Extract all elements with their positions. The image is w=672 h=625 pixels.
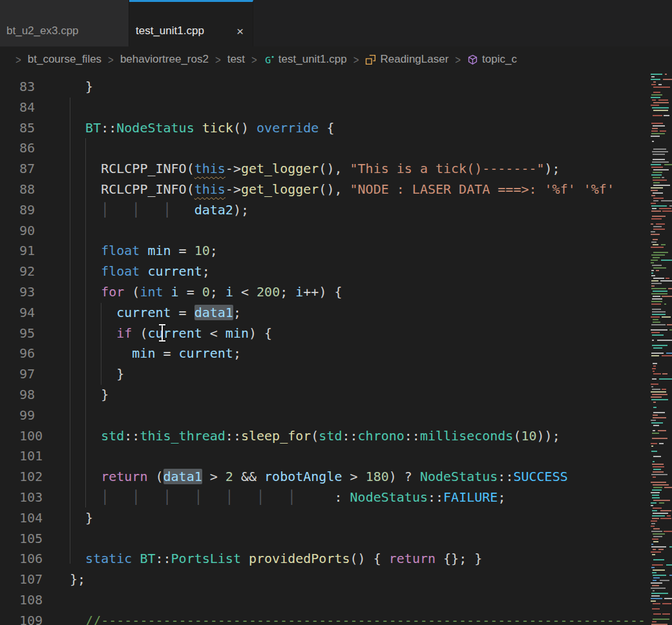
line-number[interactable]: 102 (0, 467, 70, 487)
line-number[interactable]: 108 (0, 590, 70, 611)
code-line[interactable]: 85 BT::NodeStatus tick() override { (0, 118, 672, 139)
code-text: for (int i = 0; i < 200; i++) { (70, 282, 672, 303)
code-line[interactable]: 89 │ │ │ data2); (0, 200, 672, 221)
breadcrumb-item-topic_c[interactable]: topic_c (467, 53, 517, 66)
close-icon[interactable]: × (227, 25, 244, 37)
code-line[interactable]: 99 (0, 405, 672, 426)
code-token: ( (147, 469, 163, 484)
code-editor[interactable]: 83 }8485 BT::NodeStatus tick() override … (0, 72, 672, 625)
code-line[interactable]: 91 float min = 10; (0, 241, 672, 261)
code-line[interactable]: 102 return (data1 > 2 && robotAngle > 18… (0, 467, 672, 487)
line-number[interactable]: 104 (0, 508, 70, 529)
code-line[interactable]: 106 static BT::PortsList providedPorts()… (0, 549, 672, 569)
code-line[interactable]: 88 RCLCPP_INFO(this->get_logger(), "NODE… (0, 179, 672, 200)
code-line[interactable]: 86 (0, 138, 672, 159)
line-number[interactable]: 84 (0, 97, 70, 118)
code-token (132, 551, 140, 566)
code-token: static (85, 551, 132, 566)
code-token: robotAngle (264, 469, 342, 484)
line-number[interactable]: 107 (0, 569, 70, 590)
code-token (241, 551, 249, 566)
code-token: :: (342, 428, 357, 444)
code-text: //--------------------------------------… (70, 611, 672, 625)
line-number[interactable]: 109 (0, 611, 70, 625)
inline-indent-guide: │ (288, 489, 295, 505)
code-token: current (179, 345, 233, 361)
code-text: RCLCPP_INFO(this->get_logger(), "This is… (70, 159, 672, 179)
inline-indent-guide: │ (257, 489, 264, 505)
breadcrumb-item-test_unit1.cpp[interactable]: Gtest_unit1.cpp (264, 53, 347, 66)
line-number[interactable]: 85 (0, 118, 70, 139)
line-number[interactable]: 103 (0, 487, 70, 508)
code-line[interactable]: 84 (0, 97, 672, 118)
breadcrumb-item-bt_course_files[interactable]: bt_course_files (28, 53, 101, 66)
code-text: BT::NodeStatus tick() override { (70, 118, 672, 139)
breadcrumb-chevron-icon: > (455, 52, 461, 66)
line-number[interactable]: 105 (0, 529, 70, 549)
line-number[interactable]: 98 (0, 385, 70, 405)
code-token: this (194, 161, 226, 176)
line-number[interactable]: 100 (0, 426, 70, 447)
breadcrumb-item-ReadingLaser[interactable]: ReadingLaser (365, 53, 448, 66)
tab-test_unit1.cpp[interactable]: test_unit1.cpp× (129, 0, 253, 46)
code-text (70, 590, 672, 611)
code-text (70, 529, 672, 549)
inline-indent-guide: │ (132, 202, 140, 218)
breadcrumb-item-label: bt_course_files (28, 53, 101, 66)
minimap[interactable] (650, 72, 672, 625)
code-token (109, 489, 132, 505)
code-token (171, 489, 194, 505)
line-number[interactable]: 86 (0, 138, 70, 159)
code-line[interactable]: 87 RCLCPP_INFO(this->get_logger(), "This… (0, 159, 672, 179)
code-line[interactable]: 83 } (0, 77, 672, 97)
line-number[interactable]: 95 (0, 323, 70, 344)
code-token: ) { (249, 325, 272, 341)
line-number[interactable]: 106 (0, 549, 70, 569)
code-token: milliseconds (420, 428, 514, 444)
code-token: > (202, 469, 226, 484)
inline-indent-guide: │ (101, 202, 109, 218)
line-number[interactable]: 83 (0, 77, 70, 97)
code-line[interactable]: 100 std::this_thread::sleep_for(std::chr… (0, 426, 672, 447)
line-number[interactable]: 96 (0, 343, 70, 364)
code-line[interactable]: 108 (0, 590, 672, 611)
line-number[interactable]: 91 (0, 241, 70, 261)
code-line[interactable]: 107}; (0, 569, 672, 590)
code-token: get_logger (241, 181, 319, 197)
code-line[interactable]: 98 } (0, 385, 672, 405)
code-token: 2 (226, 469, 233, 484)
breadcrumb-item-behaviortree_ros2[interactable]: behaviortree_ros2 (120, 53, 209, 66)
code-line[interactable]: 103 │ │ │ │ │ │ │ : NodeStatus::FAILURE; (0, 487, 672, 508)
code-line[interactable]: 92 float current; (0, 261, 672, 282)
code-line[interactable]: 90 (0, 221, 672, 241)
line-number[interactable]: 97 (0, 364, 70, 385)
breadcrumb-item-test[interactable]: test (227, 53, 245, 66)
breadcrumb-item-label: topic_c (482, 53, 517, 66)
code-line[interactable]: 101 (0, 446, 672, 467)
code-line[interactable]: 109 //----------------------------------… (0, 611, 672, 625)
line-number[interactable]: 94 (0, 303, 70, 323)
inline-indent-guide: │ (194, 489, 202, 505)
breadcrumb-chevron-icon: > (215, 52, 221, 66)
line-number[interactable]: 89 (0, 200, 70, 221)
code-token: BT (85, 120, 101, 136)
inline-indent-guide: │ (101, 489, 109, 505)
code-token (233, 489, 257, 505)
code-token: min (147, 243, 171, 258)
tab-bt_u2_ex3.cpp[interactable]: bt_u2_ex3.cpp (0, 0, 129, 46)
line-number[interactable]: 99 (0, 405, 70, 426)
code-token: 180 (366, 469, 389, 484)
line-number[interactable]: 90 (0, 221, 70, 241)
code-line[interactable]: 93 for (int i = 0; i < 200; i++) { (0, 282, 672, 303)
code-line[interactable]: 104 } (0, 508, 672, 529)
line-number[interactable]: 87 (0, 159, 70, 179)
line-number[interactable]: 88 (0, 179, 70, 200)
code-token: return (101, 469, 147, 484)
line-number[interactable]: 92 (0, 261, 70, 282)
class-icon (365, 54, 376, 65)
code-token: :: (124, 428, 140, 444)
code-line[interactable]: 105 (0, 529, 672, 549)
line-number[interactable]: 93 (0, 282, 70, 303)
code-token: ); (233, 202, 249, 218)
line-number[interactable]: 101 (0, 446, 70, 467)
